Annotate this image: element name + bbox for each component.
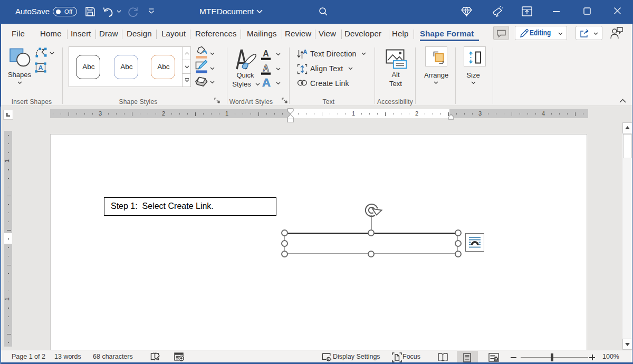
svg-text:A: A	[263, 49, 269, 58]
svg-text:A: A	[303, 49, 308, 55]
svg-text:A: A	[263, 64, 269, 73]
svg-text:A: A	[262, 77, 271, 89]
svg-text:A: A	[38, 64, 43, 72]
